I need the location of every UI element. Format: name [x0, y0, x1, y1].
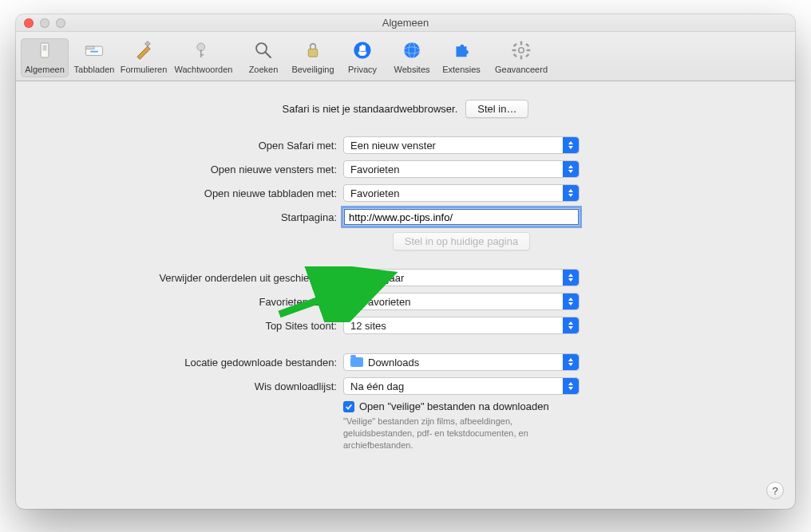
preferences-window: Algemeen Algemeen Tabbladen Formulieren — [16, 14, 795, 509]
titlebar: Algemeen — [16, 14, 795, 32]
puzzle-icon — [449, 38, 473, 62]
tab-passwords[interactable]: Wachtwoorden — [169, 38, 238, 77]
svg-rect-18 — [512, 49, 516, 51]
tab-privacy[interactable]: Privacy — [338, 38, 386, 77]
open-safe-files-checkbox[interactable] — [343, 401, 354, 412]
magnifier-icon — [251, 38, 275, 62]
switch-icon — [33, 38, 57, 62]
svg-rect-16 — [520, 41, 522, 45]
tab-advanced[interactable]: Geavanceerd — [487, 38, 556, 77]
remove-history-select[interactable]: Na één jaar — [343, 269, 580, 286]
open-safe-files-hint: "Veilige" bestanden zijn films, afbeeldi… — [343, 416, 583, 451]
tab-label: Websites — [394, 65, 429, 74]
window-title: Algemeen — [16, 17, 795, 29]
download-location-select[interactable]: Downloads — [343, 353, 580, 371]
lock-icon — [301, 38, 325, 62]
minimize-window-button[interactable] — [40, 18, 49, 28]
chevrons-icon — [563, 185, 579, 201]
svg-rect-20 — [513, 43, 517, 47]
select-value: Favorieten — [350, 187, 399, 199]
tab-search[interactable]: Zoeken — [239, 38, 287, 77]
favorites-shows-select[interactable]: ☆ Favorieten — [343, 293, 580, 310]
tab-label: Zoeken — [249, 65, 279, 74]
preferences-toolbar: Algemeen Tabbladen Formulieren Wachtwoor… — [16, 32, 795, 81]
chevrons-icon — [563, 161, 579, 177]
help-glyph: ? — [772, 485, 777, 497]
globe-icon — [400, 38, 424, 62]
svg-rect-10 — [308, 49, 317, 57]
tab-websites[interactable]: Websites — [388, 38, 436, 77]
hand-icon — [350, 38, 374, 62]
chevrons-icon — [563, 317, 579, 333]
tab-label: Privacy — [348, 65, 377, 74]
key-icon — [192, 38, 216, 62]
download-location-label: Locatie gedownloade bestanden: — [32, 357, 343, 368]
clear-downloads-label: Wis downloadlijst: — [32, 380, 343, 392]
folder-icon — [350, 357, 363, 367]
tab-security[interactable]: Beveiliging — [289, 38, 337, 77]
tabs-icon — [82, 38, 106, 62]
svg-rect-7 — [200, 54, 204, 56]
tab-autofill[interactable]: Formulieren — [120, 38, 168, 77]
chevrons-icon — [563, 354, 579, 370]
clear-downloads-select[interactable]: Na één dag — [343, 377, 580, 395]
select-value: Favorieten — [350, 164, 399, 175]
default-browser-text: Safari is niet je standaardwebbrowser. — [283, 103, 458, 115]
help-button[interactable]: ? — [766, 482, 784, 499]
tab-label: Geavanceerd — [495, 65, 548, 74]
topsites-shows-label: Top Sites toont: — [32, 320, 343, 332]
homepage-label: Startpagina: — [32, 211, 343, 223]
set-current-page-button[interactable]: Stel in op huidige pagina — [393, 232, 530, 250]
tab-label: Extensies — [442, 65, 481, 74]
open-safari-select[interactable]: Een nieuw venster — [343, 136, 580, 154]
pen-icon — [132, 38, 156, 62]
svg-point-12 — [404, 42, 420, 58]
svg-rect-6 — [200, 49, 202, 57]
select-value: Een nieuw venster — [350, 140, 436, 152]
svg-rect-23 — [513, 53, 517, 57]
gear-icon — [509, 38, 533, 62]
favorites-shows-label: Favorieten toont: — [32, 296, 343, 308]
svg-point-24 — [520, 49, 524, 53]
tab-general[interactable]: Algemeen — [21, 38, 69, 77]
svg-rect-3 — [85, 46, 94, 49]
star-icon: ☆ — [350, 297, 358, 307]
remove-history-label: Verwijder onderdelen uit geschiedenis: — [32, 272, 343, 284]
zoom-window-button[interactable] — [56, 18, 65, 28]
general-pane: Safari is niet je standaardwebbrowser. S… — [16, 81, 795, 464]
homepage-input[interactable] — [343, 208, 580, 226]
open-tabs-label: Open nieuwe tabbladen met: — [32, 187, 343, 199]
svg-rect-19 — [527, 49, 531, 51]
open-safe-files-label: Open "veilige" bestanden na downloaden — [359, 400, 549, 412]
svg-line-9 — [265, 52, 271, 57]
tab-label: Beveiliging — [291, 65, 334, 74]
select-value: Na één dag — [350, 380, 404, 392]
tab-tabs[interactable]: Tabbladen — [70, 38, 118, 77]
open-windows-label: Open nieuwe vensters met: — [32, 164, 343, 175]
tab-label: Algemeen — [25, 65, 65, 74]
chevrons-icon — [563, 378, 579, 394]
select-value: Na één jaar — [350, 272, 404, 284]
tab-label: Tabbladen — [74, 65, 115, 74]
select-value: 12 sites — [350, 320, 386, 332]
open-tabs-select[interactable]: Favorieten — [343, 184, 580, 202]
tab-label: Formulieren — [121, 65, 168, 74]
chevrons-icon — [563, 294, 579, 309]
svg-rect-22 — [525, 43, 529, 47]
svg-rect-1 — [43, 45, 47, 51]
svg-rect-21 — [525, 53, 529, 57]
open-safari-label: Open Safari met: — [32, 140, 343, 152]
topsites-shows-select[interactable]: 12 sites — [343, 317, 580, 334]
select-value: Downloads — [368, 357, 419, 368]
close-window-button[interactable] — [24, 18, 34, 28]
open-windows-select[interactable]: Favorieten — [343, 160, 580, 178]
tab-label: Wachtwoorden — [175, 65, 233, 74]
window-controls — [16, 18, 65, 28]
set-default-browser-button[interactable]: Stel in… — [465, 100, 528, 118]
select-value: Favorieten — [362, 296, 410, 308]
chevrons-icon — [563, 137, 579, 153]
chevrons-icon — [563, 270, 579, 286]
svg-rect-17 — [520, 56, 522, 60]
tab-extensions[interactable]: Extensies — [437, 38, 485, 77]
